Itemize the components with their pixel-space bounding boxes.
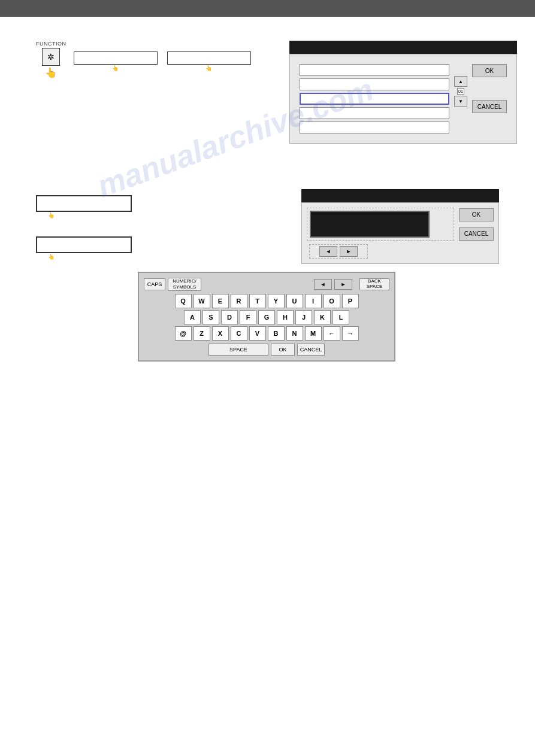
key-f[interactable]: F <box>240 310 256 324</box>
dialog1-fields <box>300 64 449 133</box>
key-s[interactable]: S <box>202 310 219 324</box>
keyboard-ok-button[interactable]: OK <box>271 344 295 356</box>
key-right-arrow[interactable]: → <box>342 326 359 341</box>
numeric-symbols-button[interactable]: NUMERIC/SYMBOLS <box>168 278 201 291</box>
key-at[interactable]: @ <box>175 326 192 341</box>
dialog2-nav-left[interactable]: ◄ <box>319 246 337 257</box>
header-bar <box>0 0 535 17</box>
spin-up-btn[interactable]: ▲ <box>454 76 467 87</box>
step2-input-box[interactable] <box>36 195 132 212</box>
key-g[interactable]: G <box>258 310 275 324</box>
step1-input-box-1[interactable] <box>74 51 158 65</box>
dialog-box-1: ▲ 01 ▼ OK CANCEL <box>289 41 517 144</box>
function-icon[interactable]: ✲ <box>42 48 60 66</box>
key-q[interactable]: Q <box>175 294 192 308</box>
key-y[interactable]: Y <box>268 294 285 308</box>
dialog1-field-4[interactable] <box>300 107 449 119</box>
keyboard-row-2: A S D F G H J K L <box>144 310 389 324</box>
dialog1-ok-button[interactable]: OK <box>472 64 507 77</box>
dialog1-field-5[interactable] <box>300 122 449 133</box>
key-b[interactable]: B <box>268 326 285 341</box>
spin-down-btn[interactable]: ▼ <box>454 96 467 107</box>
dialog2-display-screen <box>310 211 430 238</box>
key-m[interactable]: M <box>305 326 322 341</box>
space-button[interactable]: SPACE <box>208 344 268 356</box>
dialog2-nav-right[interactable]: ► <box>340 246 358 257</box>
caps-button[interactable]: CAPS <box>144 278 165 290</box>
keyboard-section: CAPS NUMERIC/SYMBOLS ◄ ► BACKSPACE Q W E… <box>138 272 395 362</box>
key-j[interactable]: J <box>295 310 312 324</box>
backspace-button[interactable]: BACKSPACE <box>359 278 389 290</box>
dialog-box-2: OK CANCEL ◄ ► <box>301 189 499 264</box>
key-r[interactable]: R <box>231 294 247 308</box>
function-label: FUNCTION <box>36 41 67 47</box>
function-icon-symbol: ✲ <box>47 52 55 62</box>
dialog1-title-bar <box>289 41 517 54</box>
key-w[interactable]: W <box>194 294 210 308</box>
step2-area: 👆 OK CANCEL <box>36 195 499 218</box>
dialog1-field-2[interactable] <box>300 78 449 90</box>
dialog1-field-3-active[interactable] <box>300 93 449 105</box>
key-e[interactable]: E <box>212 294 229 308</box>
function-key-group: FUNCTION ✲ 👆 <box>36 41 67 78</box>
dialog1-cancel-button[interactable]: CANCEL <box>472 100 507 113</box>
key-c[interactable]: C <box>231 326 247 341</box>
key-n[interactable]: N <box>286 326 303 341</box>
keyboard-row-1: Q W E R T Y U I O P <box>144 294 389 308</box>
dialog2-cancel-button[interactable]: CANCEL <box>459 227 494 241</box>
key-v[interactable]: V <box>249 326 266 341</box>
key-u[interactable]: U <box>286 294 303 308</box>
spin-label: 01 <box>457 88 464 95</box>
key-a[interactable]: A <box>184 310 201 324</box>
keyboard-nav-right[interactable]: ► <box>334 279 352 290</box>
key-l[interactable]: L <box>333 310 349 324</box>
keyboard-cancel-button[interactable]: CANCEL <box>297 344 325 356</box>
hand-cursor-1: 👆 <box>45 67 57 78</box>
dialog2-ok-button[interactable]: OK <box>459 208 494 221</box>
key-d[interactable]: D <box>221 310 238 324</box>
key-i[interactable]: I <box>305 294 322 308</box>
keyboard-row-3: @ Z X C V B N M ← → <box>144 326 389 341</box>
dialog2-title-bar <box>301 189 499 202</box>
key-p[interactable]: P <box>342 294 359 308</box>
dialog1-field-1[interactable] <box>300 64 449 76</box>
key-o[interactable]: O <box>324 294 340 308</box>
dialog1-buttons: OK CANCEL <box>472 64 507 113</box>
step3-input-box[interactable] <box>36 236 132 253</box>
key-k[interactable]: K <box>314 310 331 324</box>
key-left-arrow[interactable]: ← <box>324 326 340 341</box>
step1-input-box-2[interactable] <box>167 51 251 65</box>
key-h[interactable]: H <box>277 310 294 324</box>
keyboard-nav-left[interactable]: ◄ <box>314 279 332 290</box>
key-x[interactable]: X <box>212 326 229 341</box>
key-t[interactable]: T <box>249 294 266 308</box>
key-z[interactable]: Z <box>194 326 210 341</box>
